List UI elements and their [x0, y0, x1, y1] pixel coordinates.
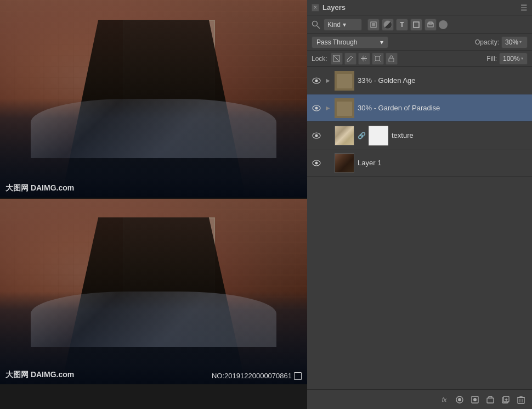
svg-line-11 [380, 55, 381, 57]
lock-transparent-icon [333, 55, 340, 62]
trash-icon [517, 395, 525, 404]
pixel-icon [370, 21, 377, 28]
panel-menu-icon[interactable]: ☰ [520, 3, 528, 12]
svg-line-12 [375, 60, 376, 61]
panel-close-button[interactable]: × [312, 4, 319, 12]
layer-item[interactable]: ▶ 30% - Garden of Paradise [307, 94, 532, 122]
opacity-group: Opacity: 30% ▾ [475, 36, 528, 48]
adjustment-button[interactable] [468, 393, 482, 406]
svg-point-24 [458, 398, 461, 401]
kind-select[interactable]: Kind ▾ [324, 19, 362, 31]
blend-mode-select[interactable]: Pass Through ▾ [312, 36, 388, 48]
scene-bottom [0, 199, 307, 384]
photo-panel: 大图网 DAIMG.com 大图网 DAIMG.com NO:201912200… [0, 0, 307, 409]
opacity-input[interactable]: 30% ▾ [501, 36, 528, 48]
fx-button[interactable]: fx [438, 393, 451, 406]
filter-shape-button[interactable] [410, 19, 422, 31]
fill-group: Fill: 100% ▾ [486, 53, 528, 65]
filter-icons: T [367, 19, 448, 31]
watermark-right-bottom: NO:20191220000070861 [212, 372, 302, 380]
layer-visibility-toggle[interactable] [312, 76, 321, 86]
svg-rect-32 [518, 397, 524, 404]
group-button[interactable] [484, 393, 497, 406]
watermark-left-bottom: 大图网 DAIMG.com [5, 370, 74, 380]
svg-point-20 [315, 134, 318, 137]
layer-thumbnail [335, 126, 354, 145]
chrome-bottom [31, 292, 276, 347]
filter-row: Kind ▾ T [307, 15, 532, 34]
layer-thumbnail [335, 71, 354, 91]
layers-content: Kind ▾ T [307, 15, 532, 409]
eye-icon [312, 77, 321, 84]
fill-input[interactable]: 100% ▾ [499, 53, 528, 65]
lock-transparent-button[interactable] [331, 53, 343, 65]
layer-name: Layer 1 [358, 159, 528, 167]
mask-icon [455, 395, 464, 404]
layer-link-icon: 🔗 [358, 126, 365, 145]
photo-bottom: 大图网 DAIMG.com NO:20191220000070861 [0, 198, 307, 384]
layer-expand-button[interactable]: ▶ [325, 105, 331, 111]
shape-icon [413, 21, 420, 28]
svg-point-26 [473, 398, 477, 401]
photo-top: 大图网 DAIMG.com [0, 0, 307, 198]
brush-icon [347, 55, 354, 62]
delete-layer-button[interactable] [514, 393, 528, 406]
blend-row: Pass Through ▾ Opacity: 30% ▾ [307, 34, 532, 51]
layer-thumbnail [335, 98, 354, 118]
lock-icons [331, 53, 398, 65]
svg-point-22 [315, 161, 318, 164]
lock-position-button[interactable] [358, 53, 370, 65]
layer-visibility-toggle[interactable] [312, 158, 321, 168]
fill-label: Fill: [486, 55, 497, 63]
svg-rect-3 [372, 23, 375, 26]
add-mask-button[interactable] [453, 393, 466, 406]
filter-pixel-button[interactable] [367, 19, 380, 31]
layer-name: 33% - Golden Age [358, 76, 528, 85]
filter-text-button[interactable]: T [396, 19, 408, 31]
layer-item[interactable]: ▶ 33% - Golden Age [307, 67, 532, 94]
svg-rect-14 [389, 58, 394, 62]
filter-smartobj-button[interactable] [425, 19, 437, 31]
search-icon [312, 20, 320, 29]
lock-icon [388, 55, 395, 62]
layer-expand-button[interactable]: ▶ [325, 77, 331, 84]
eye-icon [312, 160, 321, 166]
layer-item[interactable]: Layer 1 [307, 149, 532, 177]
layer-thumbnail [335, 153, 354, 173]
lock-image-button[interactable] [344, 53, 356, 65]
svg-point-16 [315, 79, 318, 82]
filter-on-indicator [439, 20, 448, 29]
svg-rect-27 [487, 398, 494, 403]
svg-point-18 [315, 107, 318, 109]
layer-visibility-toggle[interactable] [312, 131, 321, 141]
svg-line-8 [333, 55, 339, 61]
filter-adjustment-button[interactable] [382, 19, 394, 31]
smartobj-icon [427, 21, 434, 28]
layer-visibility-toggle[interactable] [312, 103, 321, 113]
layer-mask-thumbnail [369, 126, 388, 145]
new-layer-button[interactable] [499, 393, 512, 406]
panel-titlebar: × Layers ☰ [307, 0, 532, 15]
layer-name: texture [392, 131, 528, 139]
move-icon [360, 55, 367, 62]
layer-name: 30% - Garden of Paradise [358, 104, 528, 112]
adjustment-icon [383, 20, 392, 29]
adjustment-layer-icon [471, 395, 479, 404]
layers-list: ▶ 33% - Golden Age ▶ 30% - Garden of Par… [307, 67, 532, 389]
layer-item[interactable]: 🔗 texture [307, 122, 532, 149]
svg-rect-4 [414, 22, 419, 27]
eye-icon [312, 132, 321, 139]
text-icon: T [400, 20, 404, 29]
panel-title: Layers [322, 3, 346, 12]
layer-spacer [325, 160, 331, 166]
layers-panel: × Layers ☰ Kind ▾ [307, 0, 532, 409]
eye-icon [312, 105, 321, 111]
lock-artboard-button[interactable] [372, 53, 384, 65]
bottom-toolbar: fx [307, 389, 532, 409]
lock-all-button[interactable] [386, 53, 398, 65]
svg-line-10 [375, 55, 376, 57]
titlebar-left: × Layers [312, 3, 346, 12]
new-layer-icon [501, 395, 510, 404]
svg-rect-9 [376, 57, 380, 60]
lock-row: Lock: [307, 51, 532, 67]
